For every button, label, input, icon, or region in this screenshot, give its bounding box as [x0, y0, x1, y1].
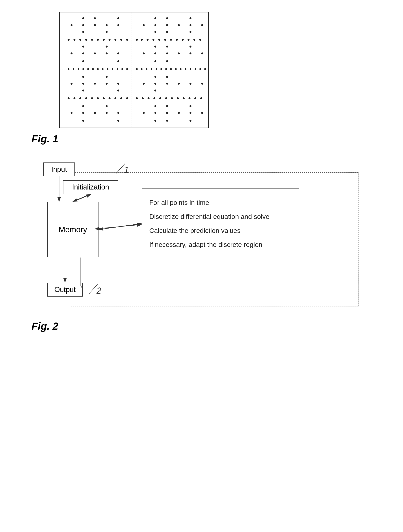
- svg-point-9: [82, 24, 84, 26]
- svg-point-63: [82, 60, 84, 62]
- svg-point-2: [82, 17, 84, 19]
- svg-point-109: [201, 83, 203, 85]
- dot-grid-svg: [60, 13, 208, 127]
- svg-point-38: [152, 39, 155, 41]
- svg-point-27: [85, 39, 87, 41]
- svg-point-56: [118, 52, 119, 54]
- svg-point-20: [105, 31, 108, 33]
- svg-point-80: [136, 68, 138, 70]
- svg-point-11: [105, 24, 108, 26]
- svg-point-91: [190, 68, 192, 70]
- svg-point-143: [94, 112, 96, 114]
- svg-point-49: [155, 45, 156, 48]
- svg-point-4: [118, 17, 119, 19]
- process-line-3: Calculate the prediction values: [149, 227, 292, 234]
- svg-point-102: [105, 83, 108, 85]
- svg-point-145: [118, 112, 119, 114]
- svg-point-82: [146, 68, 148, 70]
- svg-point-83: [151, 68, 152, 70]
- svg-point-139: [166, 105, 168, 107]
- svg-point-50: [166, 45, 168, 48]
- svg-point-88: [175, 68, 177, 70]
- svg-point-127: [154, 97, 155, 99]
- svg-point-138: [155, 105, 156, 107]
- svg-point-87: [170, 68, 172, 70]
- svg-point-122: [120, 97, 122, 99]
- svg-point-105: [155, 83, 156, 85]
- svg-point-129: [165, 97, 167, 99]
- svg-point-126: [148, 97, 149, 99]
- svg-point-108: [190, 83, 192, 85]
- svg-point-58: [155, 52, 156, 54]
- svg-point-99: [70, 83, 73, 85]
- svg-point-33: [120, 39, 122, 41]
- svg-point-22: [166, 31, 168, 33]
- svg-point-142: [82, 112, 84, 114]
- svg-point-86: [165, 68, 167, 70]
- svg-point-21: [155, 31, 156, 33]
- init-box: Initialization: [63, 180, 118, 194]
- svg-point-156: [190, 120, 192, 122]
- slash-1-svg: [114, 163, 130, 174]
- process-line-4: If necessary, adapt the discrete region: [149, 241, 292, 248]
- svg-point-43: [182, 39, 184, 41]
- svg-point-3: [94, 17, 96, 19]
- svg-point-44: [187, 39, 190, 41]
- fig1-container: Fig. 1: [16, 12, 387, 145]
- svg-point-29: [97, 39, 99, 41]
- svg-point-144: [105, 112, 108, 114]
- svg-point-41: [170, 39, 172, 41]
- svg-point-51: [190, 45, 192, 48]
- svg-point-155: [166, 120, 168, 122]
- svg-point-124: [136, 97, 138, 99]
- svg-point-101: [94, 83, 96, 85]
- svg-point-57: [143, 52, 145, 54]
- svg-point-52: [70, 52, 73, 54]
- svg-point-72: [92, 68, 94, 70]
- svg-point-61: [190, 52, 192, 54]
- svg-point-118: [97, 97, 99, 99]
- svg-point-19: [82, 31, 84, 33]
- svg-point-42: [176, 39, 178, 41]
- svg-point-90: [185, 68, 186, 70]
- svg-line-157: [116, 164, 125, 173]
- svg-point-37: [147, 39, 149, 41]
- svg-point-36: [141, 39, 143, 41]
- svg-point-148: [166, 112, 168, 114]
- svg-point-151: [201, 112, 203, 114]
- svg-point-40: [164, 39, 166, 41]
- svg-point-114: [74, 97, 75, 99]
- svg-point-119: [103, 97, 105, 99]
- svg-point-130: [171, 97, 173, 99]
- svg-point-26: [79, 39, 81, 41]
- svg-point-66: [166, 60, 168, 62]
- fig2-diagram: 1 Input Initialization Memory Output: [31, 157, 366, 318]
- process-line-1: For all points in time: [149, 199, 292, 206]
- output-box: Output: [47, 283, 83, 297]
- svg-point-93: [199, 68, 201, 70]
- svg-point-76: [112, 68, 113, 70]
- svg-point-30: [103, 39, 105, 41]
- svg-point-24: [68, 39, 69, 41]
- svg-point-128: [159, 97, 161, 99]
- fig2-label: Fig. 2: [31, 320, 58, 332]
- svg-point-23: [190, 31, 192, 33]
- svg-point-60: [178, 52, 180, 54]
- svg-point-120: [109, 97, 111, 99]
- svg-point-136: [82, 105, 84, 107]
- svg-point-132: [183, 97, 185, 99]
- svg-point-121: [114, 97, 116, 99]
- svg-point-137: [105, 105, 108, 107]
- dot-grid: [59, 12, 209, 128]
- svg-point-69: [77, 68, 79, 70]
- svg-point-64: [118, 60, 119, 62]
- svg-point-53: [82, 52, 84, 54]
- svg-point-28: [91, 39, 93, 41]
- svg-point-140: [190, 105, 192, 107]
- svg-point-154: [155, 120, 156, 122]
- svg-point-112: [155, 89, 156, 91]
- svg-point-14: [155, 24, 156, 26]
- page: Fig. 1 1 Input Initialization: [0, 0, 403, 532]
- svg-point-96: [105, 76, 108, 78]
- svg-point-123: [126, 97, 128, 99]
